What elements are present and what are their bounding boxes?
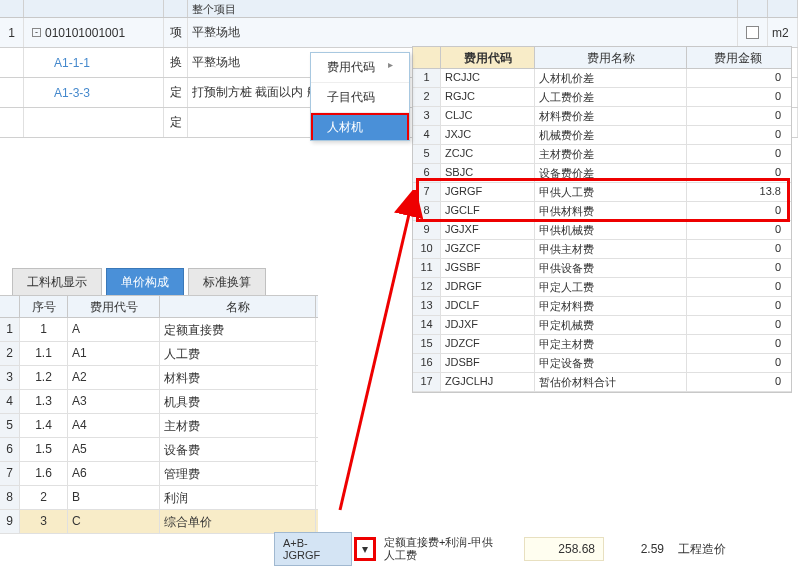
fee-row[interactable]: 16 JDSBF 甲定设备费 0 [413,354,791,373]
fee-header-seq [413,47,441,68]
fee-row[interactable]: 3 CLJC 材料费价差 0 [413,107,791,126]
total-label: 工程造价 [674,537,730,562]
fee-row[interactable]: 2 RGJC 人工费价差 0 [413,88,791,107]
fee-header-name[interactable]: 费用名称 [535,47,687,68]
svg-line-0 [340,210,410,510]
project-row[interactable]: 1 - 010101001001 项 平整场地 m2 [0,18,798,48]
ll-name: 人工费 [160,342,316,365]
fee-code: JGJXF [441,221,535,239]
component-row[interactable]: 2 1.1 A1 人工费 [0,342,318,366]
fee-row[interactable]: 5 ZCJC 主材费价差 0 [413,145,791,164]
fee-amount: 0 [687,335,789,353]
fee-name: 主材费价差 [535,145,687,163]
component-row[interactable]: 1 1 A 定额直接费 [0,318,318,342]
ll-code: A4 [68,414,160,437]
fee-amount: 0 [687,373,789,391]
row-name: 平整场地 [188,18,738,47]
fee-amount: 0 [687,278,789,296]
menu-item[interactable]: 子目代码 [311,83,409,113]
component-row[interactable]: 7 1.6 A6 管理费 [0,462,318,486]
fee-seq: 2 [413,88,441,106]
ll-header-seq[interactable]: 序号 [20,296,68,317]
fee-row[interactable]: 14 JDJXF 甲定机械费 0 [413,316,791,335]
ll-code: A3 [68,390,160,413]
formula-description: 定额直接费+利润-甲供人工费 [378,534,502,564]
fee-name: 甲定机械费 [535,316,687,334]
fee-amount: 0 [687,316,789,334]
ll-idx: 7 [0,462,20,485]
ll-header-row: 序号 费用代号 名称 [0,296,318,318]
tab[interactable]: 单价构成 [106,268,184,297]
ll-code: A1 [68,342,160,365]
ll-idx: 9 [0,510,20,533]
fee-name: 设备费价差 [535,164,687,182]
component-row[interactable]: 5 1.4 A4 主材费 [0,414,318,438]
price-components-table: 序号 费用代号 名称 1 1 A 定额直接费 2 1.1 A1 人工费 3 1.… [0,295,318,534]
row-check[interactable] [738,18,768,47]
row-index [0,78,24,107]
component-row[interactable]: 3 1.2 A2 材料费 [0,366,318,390]
fee-amount: 0 [687,126,789,144]
fee-name: 甲定人工费 [535,278,687,296]
fee-code: JDJXF [441,316,535,334]
fee-header-code[interactable]: 费用代码 [441,47,535,68]
fee-amount: 0 [687,88,789,106]
tab[interactable]: 工料机显示 [12,268,102,297]
fee-row[interactable]: 8 JGCLF 甲供材料费 0 [413,202,791,221]
fee-code: JXJC [441,126,535,144]
fee-seq: 12 [413,278,441,296]
ll-code: C [68,510,160,533]
fee-row[interactable]: 4 JXJC 机械费价差 0 [413,126,791,145]
menu-item[interactable]: 人材机 [311,113,409,140]
fee-row[interactable]: 12 JDRGF 甲定人工费 0 [413,278,791,297]
component-row[interactable]: 6 1.5 A5 设备费 [0,438,318,462]
ll-name: 利润 [160,486,316,509]
ll-name: 综合单价 [160,510,316,533]
fee-amount: 13.8 [687,183,789,201]
header-project: 整个项目 [188,0,738,17]
expander-icon[interactable]: - [32,28,41,37]
checkbox-icon[interactable] [746,26,759,39]
fee-amount: 0 [687,240,789,258]
fee-name: 甲定材料费 [535,297,687,315]
fee-name: 甲供主材费 [535,240,687,258]
fee-row[interactable]: 7 JGRGF 甲供人工费 13.8 [413,183,791,202]
fee-header-amount[interactable]: 费用金额 [687,47,789,68]
fee-name: 甲定设备费 [535,354,687,372]
ll-num: 1 [20,318,68,341]
fee-row[interactable]: 6 SBJC 设备费价差 0 [413,164,791,183]
fee-row[interactable]: 17 ZGJCLHJ 暂估价材料合计 0 [413,373,791,392]
fee-row[interactable]: 15 JDZCF 甲定主材费 0 [413,335,791,354]
menu-item[interactable]: 费用代码▸ [311,53,409,83]
component-row[interactable]: 4 1.3 A3 机具费 [0,390,318,414]
ll-idx: 5 [0,414,20,437]
formula-dropdown-button[interactable]: ▾ [354,537,376,561]
fee-seq: 13 [413,297,441,315]
fee-name: 甲供机械费 [535,221,687,239]
formula-display[interactable]: A+B-JGRGF [274,532,352,566]
fee-row[interactable]: 11 JGSBF 甲供设备费 0 [413,259,791,278]
fee-name: 人工费价差 [535,88,687,106]
component-row[interactable]: 8 2 B 利润 [0,486,318,510]
ll-header-name[interactable]: 名称 [160,296,316,317]
fee-row[interactable]: 13 JDCLF 甲定材料费 0 [413,297,791,316]
fee-seq: 9 [413,221,441,239]
ll-code: A2 [68,366,160,389]
project-header: 整个项目 [0,0,798,18]
fee-code: JDCLF [441,297,535,315]
fee-amount: 0 [687,145,789,163]
ll-header-code[interactable]: 费用代号 [68,296,160,317]
ll-name: 管理费 [160,462,316,485]
fee-row[interactable]: 10 JGZCF 甲供主材费 0 [413,240,791,259]
total-value-1: 258.68 [524,537,604,561]
component-row[interactable]: 9 3 C 综合单价 [0,510,318,534]
fee-amount: 0 [687,297,789,315]
ll-num: 1.6 [20,462,68,485]
tab[interactable]: 标准换算 [188,268,266,297]
fee-seq: 17 [413,373,441,391]
fee-seq: 4 [413,126,441,144]
fee-amount: 0 [687,202,789,220]
fee-row[interactable]: 1 RCJJC 人材机价差 0 [413,69,791,88]
ll-name: 机具费 [160,390,316,413]
fee-row[interactable]: 9 JGJXF 甲供机械费 0 [413,221,791,240]
